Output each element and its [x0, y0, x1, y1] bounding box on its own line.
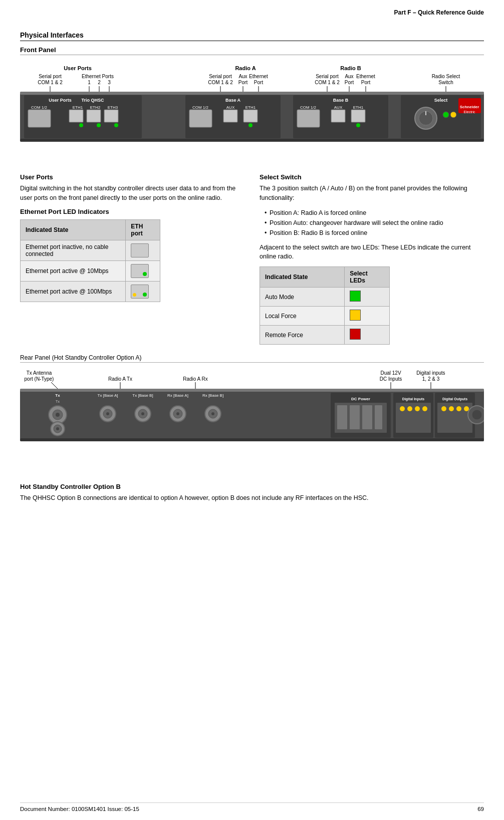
svg-rect-69	[351, 110, 365, 122]
svg-text:1: 1	[88, 80, 91, 85]
svg-text:ETH1: ETH1	[73, 105, 83, 110]
hot-standby-text: The QHHSC Option B connections are ident…	[20, 493, 484, 503]
svg-rect-58	[189, 110, 212, 127]
svg-point-139	[400, 406, 405, 411]
svg-text:Ethernet: Ethernet	[249, 74, 268, 79]
svg-rect-62	[243, 110, 258, 122]
svg-text:Trio QHSC: Trio QHSC	[81, 98, 104, 103]
svg-text:COM 1/2: COM 1/2	[192, 105, 209, 110]
svg-point-142	[422, 406, 427, 411]
svg-rect-134	[362, 405, 372, 429]
rear-panel-title: Rear Panel (Hot Standby Controller Optio…	[20, 354, 484, 363]
svg-rect-135	[375, 405, 382, 429]
eth-state-1: Ethernet port inactive, no cable connect…	[21, 240, 126, 260]
svg-point-70	[356, 123, 360, 127]
svg-text:port (N-Type): port (N-Type)	[25, 376, 54, 382]
svg-rect-104	[20, 438, 484, 441]
select-switch-heading: Select Switch	[260, 173, 484, 181]
svg-text:User Ports: User Ports	[49, 98, 72, 103]
svg-rect-65	[297, 110, 320, 127]
svg-text:Select: Select	[434, 98, 448, 103]
svg-text:Digital Outputs: Digital Outputs	[442, 397, 467, 401]
led-color-auto	[345, 288, 390, 307]
svg-text:Port: Port	[345, 80, 354, 85]
table-row: Ethernet port active @ 100Mbps	[21, 281, 160, 302]
svg-text:Serial port: Serial port	[39, 74, 62, 79]
svg-text:Aux: Aux	[238, 74, 247, 79]
led-green-icon	[143, 272, 147, 276]
eth-led-heading: Ethernet Port LED Indicators	[20, 208, 244, 215]
eth-state-3: Ethernet port active @ 100Mbps	[21, 281, 126, 302]
led-state-auto: Auto Mode	[260, 288, 345, 307]
svg-point-55	[97, 123, 101, 127]
svg-rect-103	[20, 389, 484, 392]
led-yellow-icon	[133, 293, 136, 297]
svg-rect-36	[20, 139, 484, 142]
svg-point-128	[56, 427, 59, 430]
bullet-item: Position B: Radio B is forced online	[265, 228, 484, 238]
front-panel-title: Front Panel	[20, 46, 484, 55]
svg-text:Electric: Electric	[464, 110, 475, 114]
select-switch-bullets: Position A: Radio A is forced online Pos…	[260, 208, 484, 238]
svg-text:Port: Port	[238, 80, 248, 85]
svg-point-140	[407, 406, 412, 411]
svg-point-56	[114, 123, 118, 127]
table-row: Auto Mode	[260, 288, 390, 307]
svg-text:3: 3	[108, 80, 111, 85]
svg-text:ETH2: ETH2	[90, 105, 101, 110]
svg-text:COM 1 & 2: COM 1 & 2	[38, 80, 63, 85]
svg-rect-60	[223, 110, 237, 122]
svg-text:DC Inputs: DC Inputs	[380, 376, 402, 382]
svg-text:Ethernet Ports: Ethernet Ports	[82, 74, 114, 79]
select-led-table: Indicated State SelectLEDs Auto Mode Loc…	[260, 266, 390, 345]
svg-text:COM 1 & 2: COM 1 & 2	[208, 80, 233, 85]
svg-point-74	[443, 112, 449, 118]
table-row: Local Force	[260, 307, 390, 326]
bullet-item: Position Auto: changeover hardware will …	[265, 218, 484, 228]
svg-text:COM 1/2: COM 1/2	[300, 105, 317, 110]
svg-text:Tx Antenna: Tx Antenna	[27, 370, 52, 376]
footer: Document Number: 0100SM1401 Issue: 05-15…	[20, 802, 484, 812]
svg-point-63	[248, 123, 253, 127]
svg-text:Base A: Base A	[225, 98, 241, 103]
svg-text:ETH1: ETH1	[245, 105, 256, 110]
svg-text:1, 2 & 3: 1, 2 & 3	[422, 376, 440, 382]
eth-port-icon-10mbps	[131, 264, 149, 278]
svg-rect-53	[104, 110, 118, 122]
svg-text:COM 1/2: COM 1/2	[31, 105, 48, 110]
svg-text:Radio A Tx: Radio A Tx	[108, 376, 132, 382]
eth-icon-2	[126, 260, 160, 281]
svg-point-125	[211, 412, 214, 415]
svg-text:Tx [Base B]: Tx [Base B]	[132, 393, 153, 398]
svg-point-117	[141, 412, 144, 415]
eth-col-port: ETH port	[126, 219, 160, 240]
svg-rect-52	[87, 110, 101, 122]
svg-text:Port: Port	[254, 80, 264, 85]
doc-number: Document Number: 0100SM1401 Issue: 05-15	[20, 806, 139, 812]
hot-standby-heading: Hot Standby Controller Option B	[20, 483, 484, 490]
svg-text:Rx [Base A]: Rx [Base A]	[167, 393, 188, 398]
svg-text:Tx: Tx	[56, 400, 60, 403]
eth-col-state: Indicated State	[21, 219, 126, 240]
led-green-square	[350, 291, 361, 302]
led-color-local	[345, 307, 390, 326]
svg-point-121	[176, 412, 179, 415]
svg-point-113	[106, 412, 109, 415]
svg-text:Tx: Tx	[55, 393, 60, 398]
bullet-item-text: Position Auto: changeover hardware will …	[270, 219, 443, 226]
user-ports-heading: User Ports	[20, 173, 244, 181]
led-green-icon-2	[143, 293, 147, 297]
front-panel-diagram: User Ports Serial port COM 1 & 2 Etherne…	[20, 63, 484, 163]
svg-rect-132	[337, 405, 347, 429]
led-state-remote: Remote Force	[260, 326, 345, 345]
adjacent-text: Adjacent to the select switch are two LE…	[260, 243, 484, 262]
user-ports-text: Digital switching in the hot standby con…	[20, 184, 244, 203]
svg-rect-47	[28, 110, 51, 127]
bullet-item: Position A: Radio A is forced online	[265, 208, 484, 218]
svg-text:Radio A: Radio A	[235, 65, 256, 71]
svg-point-148	[456, 406, 461, 411]
table-row: Ethernet port active @ 10Mbps	[21, 260, 160, 281]
svg-text:Radio B: Radio B	[340, 65, 361, 71]
svg-text:Port: Port	[361, 80, 371, 85]
svg-text:Tx [Base A]: Tx [Base A]	[98, 393, 118, 398]
